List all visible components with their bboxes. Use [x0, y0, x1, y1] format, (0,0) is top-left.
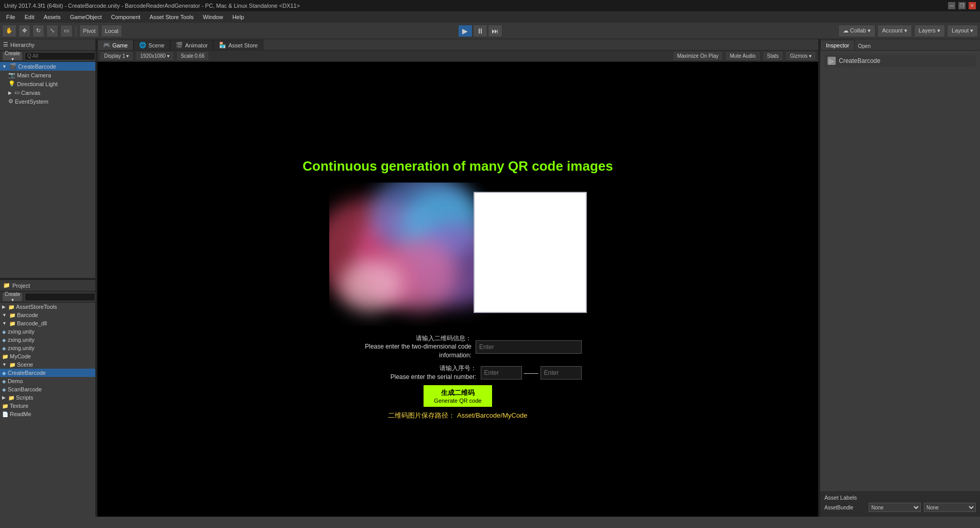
move-tool[interactable]: ✥	[19, 25, 30, 37]
tab-inspector[interactable]: Inspector	[820, 40, 855, 50]
animator-tab-label: Animator	[185, 42, 208, 48]
light-icon: 💡	[8, 80, 15, 87]
pivot-btn[interactable]: Pivot	[79, 25, 99, 37]
display-btn[interactable]: Display 1 ▾	[100, 52, 132, 60]
expand-arrow: ▼	[2, 64, 7, 69]
hierarchy-item-directionallight[interactable]: 💡 Directional Light	[0, 79, 95, 88]
main-layout: ☰ Hierarchy Create ▾ ▼ 🎬 CreateBarcode 📷…	[0, 39, 980, 517]
scale-btn[interactable]: Scale 0.66	[177, 52, 208, 60]
project-item-scripts[interactable]: ▶ 📁 Scripts	[0, 393, 95, 402]
hierarchy-item-canvas[interactable]: ▶ ▭ Canvas	[0, 88, 95, 97]
tab-animator[interactable]: 🎬 Animator	[170, 40, 213, 50]
save-path-val: Asset/Barcode/MyCode	[457, 411, 528, 419]
game-canvas: Continuous generation of many QR code im…	[97, 62, 818, 517]
project-item-zxing3[interactable]: ◈ zxing.unity	[0, 344, 95, 352]
project-item-texture[interactable]: 📁 Texture	[0, 402, 95, 410]
layers-btn[interactable]: Layers ▾	[914, 25, 945, 37]
project-item-demo[interactable]: ◈ Demo	[0, 377, 95, 385]
menu-edit[interactable]: Edit	[21, 13, 39, 21]
hierarchy-list: ▼ 🎬 CreateBarcode 📷 Main Camera 💡 Direct…	[0, 62, 95, 278]
minimize-btn[interactable]: —	[948, 2, 955, 9]
folder-icon: 📁	[2, 403, 8, 409]
game-toolbar: Display 1 ▾ 1920x1080 ▾ Scale 0.66 Maxim…	[97, 51, 818, 62]
maximize-btn[interactable]: Maximize On Play	[673, 52, 722, 60]
play-btn[interactable]: ▶	[458, 25, 472, 37]
project-title: Project	[12, 283, 30, 289]
asset-labels: Asset Labels AssetBundle None None	[820, 491, 980, 517]
project-item-mycode[interactable]: 📁 MyCode	[0, 352, 95, 360]
folder-icon: 📁	[9, 312, 15, 318]
pause-btn[interactable]: ⏸	[473, 25, 487, 37]
serial-input-2[interactable]	[540, 366, 582, 380]
project-item-label: Barcode	[17, 312, 38, 318]
project-item-createbarcode[interactable]: ◈ CreateBarcode	[0, 369, 95, 377]
asset-labels-title: Asset Labels	[824, 494, 976, 501]
scale-value: 0.66	[195, 53, 205, 59]
tab-game[interactable]: 🎮 Game	[97, 40, 133, 50]
hierarchy-item-eventsystem[interactable]: ⚙ EventSystem	[0, 97, 95, 106]
serial-row: ——	[481, 366, 582, 380]
project-search[interactable]	[25, 293, 95, 301]
qr-white-box	[474, 192, 587, 313]
hand-tool[interactable]: ✋	[2, 25, 16, 37]
rect-tool[interactable]: ▭	[60, 25, 73, 37]
resolution-btn[interactable]: 1920x1080 ▾	[137, 52, 173, 60]
menu-gameobject[interactable]: GameObject	[66, 13, 106, 21]
stats-btn[interactable]: Stats	[764, 52, 783, 60]
project-item-label: Texture	[10, 403, 28, 409]
hierarchy-create-btn[interactable]: Create ▾	[2, 52, 23, 61]
project-item-label: zxing.unity	[8, 345, 35, 351]
label1-en: Please enter the two-dimensional code in…	[365, 343, 471, 359]
project-list: ▶ 📁 AssetStoreTools ▼ 📁 Barcode ▼ 📁 Barc…	[0, 303, 95, 517]
project-item-readme[interactable]: 📄 ReadMe	[0, 410, 95, 418]
project-item-assetstoretools[interactable]: ▶ 📁 AssetStoreTools	[0, 303, 95, 311]
tab-scene[interactable]: 🌐 Scene	[133, 40, 170, 50]
generate-btn[interactable]: 生成二维码 Generate QR code	[424, 385, 492, 407]
qr-title: Continuous generation of many QR code im…	[302, 158, 613, 174]
menu-help[interactable]: Help	[228, 13, 248, 21]
hierarchy-item-maincamera[interactable]: 📷 Main Camera	[0, 71, 95, 79]
rotate-tool[interactable]: ↻	[32, 25, 44, 37]
collab-btn[interactable]: ☁ Collab ▾	[838, 25, 875, 37]
menu-assetstoretools[interactable]: Asset Store Tools	[145, 13, 197, 21]
menu-component[interactable]: Component	[107, 13, 144, 21]
project-item-zxing1[interactable]: ◈ zxing.unity	[0, 327, 95, 336]
close-btn[interactable]: ✕	[969, 2, 976, 9]
project-item-barcode[interactable]: ▼ 📁 Barcode	[0, 311, 95, 319]
save-path-cn: 二维码图片保存路径：	[388, 411, 455, 419]
open-btn[interactable]: Open	[855, 42, 873, 50]
project-item-zxing2[interactable]: ◈ zxing.unity	[0, 336, 95, 344]
tab-assetstore[interactable]: 🏪 Asset Store	[213, 40, 263, 50]
restore-btn[interactable]: ❐	[958, 2, 966, 9]
menu-window[interactable]: Window	[199, 13, 227, 21]
project-create-btn[interactable]: Create ▾	[2, 292, 23, 302]
project-item-scene[interactable]: ▼ 📁 Scene	[0, 360, 95, 369]
menu-assets[interactable]: Assets	[40, 13, 65, 21]
inspector-tab-bar: Inspector Open	[820, 39, 980, 51]
hierarchy-item-createbarcode[interactable]: ▼ 🎬 CreateBarcode	[0, 62, 95, 71]
layout-btn[interactable]: Layout ▾	[947, 25, 978, 37]
toolbar-sep-1	[76, 26, 76, 36]
serial-input-1[interactable]	[481, 366, 522, 380]
project-item-barcodedll[interactable]: ▼ 📁 Barcode_dll	[0, 319, 95, 327]
project-item-label: Scene	[17, 361, 33, 368]
asset-variant-select[interactable]: None	[924, 503, 976, 512]
unity-icon: ◈	[2, 345, 6, 351]
mute-btn[interactable]: Mute Audio	[726, 52, 759, 60]
account-btn[interactable]: Account ▾	[877, 25, 912, 37]
game-tab-label: Game	[112, 42, 128, 48]
project-item-scanbarcode[interactable]: ◈ ScanBarcode	[0, 385, 95, 393]
assetstore-tab-icon: 🏪	[219, 42, 226, 48]
scale-tool[interactable]: ⤡	[46, 25, 58, 37]
assetstore-tab-label: Asset Store	[228, 42, 258, 48]
step-btn[interactable]: ⏭	[488, 25, 502, 37]
hierarchy-item-label: Canvas	[21, 90, 40, 96]
asset-bundle-select[interactable]: None	[869, 503, 921, 512]
qr-info-input[interactable]	[476, 340, 581, 354]
local-btn[interactable]: Local	[101, 25, 122, 37]
folder-icon: 📁	[8, 304, 14, 310]
gizmos-btn[interactable]: Gizmos ▾	[786, 52, 815, 60]
hierarchy-search[interactable]	[25, 52, 95, 60]
asset-bundle-row: AssetBundle None None	[824, 503, 976, 512]
menu-file[interactable]: File	[2, 13, 20, 21]
